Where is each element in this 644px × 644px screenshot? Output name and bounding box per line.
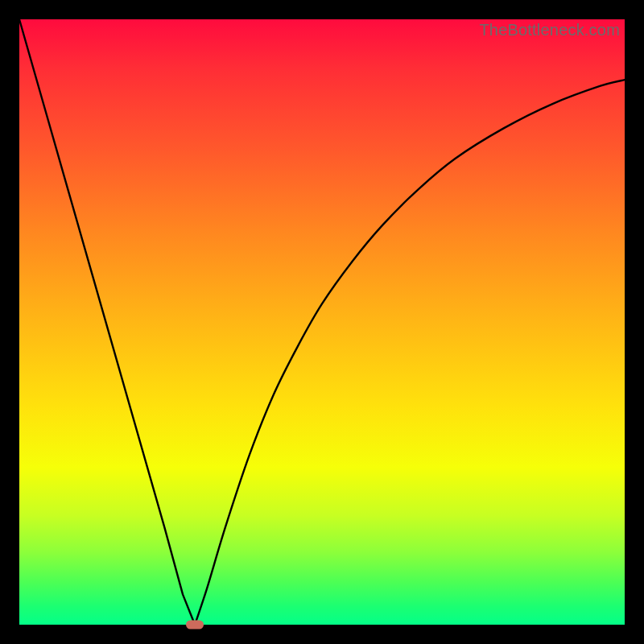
- curve-left-branch: [19, 19, 195, 625]
- bottleneck-curve: [19, 19, 625, 625]
- curve-right-branch: [195, 80, 625, 625]
- min-marker: [186, 621, 204, 630]
- plot-area: TheBottleneck.com: [19, 19, 625, 625]
- chart-frame: TheBottleneck.com: [0, 0, 644, 644]
